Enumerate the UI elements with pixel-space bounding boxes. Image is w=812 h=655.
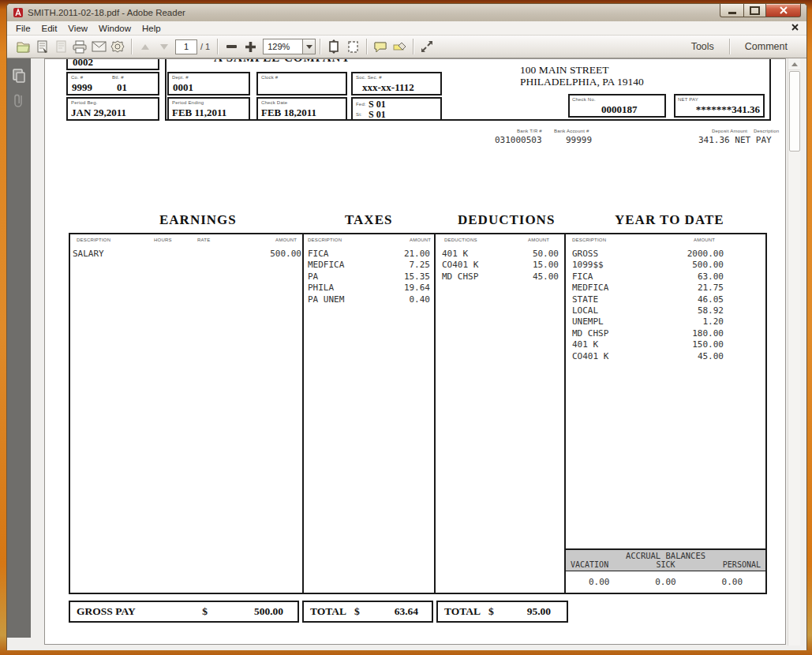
deductions-rows: 401 K50.00 CO401 K15.00 MD CHSP45.00 bbox=[442, 249, 559, 283]
fed-status-label: Fed: bbox=[356, 102, 366, 107]
sign-icon bbox=[110, 40, 125, 54]
zoom-dropdown-button[interactable] bbox=[303, 39, 316, 54]
navigation-pane bbox=[7, 58, 31, 638]
menu-file[interactable]: File bbox=[10, 23, 36, 34]
gross-pay-total-box: GROSS PAY $ 500.00 bbox=[69, 601, 299, 623]
zoom-in-icon bbox=[245, 42, 256, 52]
table-row: MEDFICA21.75 bbox=[572, 283, 724, 294]
page-thumbnails-button[interactable] bbox=[7, 68, 31, 84]
toolbar-separator bbox=[217, 39, 218, 54]
gross-pay-label: GROSS PAY bbox=[77, 605, 136, 618]
dept-box: Dept. # 0001 bbox=[167, 72, 250, 95]
table-row: SALARY500.00 bbox=[73, 249, 301, 260]
period-beg-box: Period Beg. JAN 29,2011 bbox=[66, 97, 159, 121]
minimize-button[interactable] bbox=[720, 4, 744, 17]
check-date-value: FEB 18,2011 bbox=[261, 107, 316, 119]
highlight-text-button[interactable] bbox=[390, 37, 409, 56]
page-count-label: / 1 bbox=[200, 42, 210, 51]
next-page-icon bbox=[160, 44, 168, 50]
previous-page-button[interactable] bbox=[136, 37, 155, 56]
period-beg-label: Period Beg. bbox=[71, 100, 98, 105]
gross-pay-value: 500.00 bbox=[208, 605, 283, 618]
save-copy-icon bbox=[54, 40, 68, 54]
ytd-title: YEAR TO DATE bbox=[615, 212, 724, 228]
previous-page-icon bbox=[141, 44, 149, 50]
pdf-page: 0002 A SAMPLE COMPANY 100 MAIN STREET PH… bbox=[44, 58, 786, 645]
toolbar-separator bbox=[413, 39, 413, 54]
check-no-value: 0000187 bbox=[601, 103, 638, 116]
bank-acct-value: 99999 bbox=[566, 135, 592, 145]
save-button[interactable] bbox=[32, 37, 51, 56]
desktop: SMITH.2011-02-18.pdf - Adobe Reader File… bbox=[0, 0, 812, 655]
menu-edit[interactable]: Edit bbox=[36, 23, 63, 34]
company-name: A SAMPLE COMPANY bbox=[214, 58, 350, 65]
attachments-button[interactable] bbox=[7, 93, 31, 109]
highlight-text-icon bbox=[392, 41, 406, 53]
accrual-col-vacation: VACATION bbox=[571, 560, 608, 569]
check-date-label: Check Date bbox=[261, 100, 287, 105]
scrollbar-thumb[interactable] bbox=[789, 71, 800, 152]
sticky-note-button[interactable] bbox=[371, 37, 390, 56]
scroll-up-button[interactable] bbox=[788, 58, 800, 70]
taxes-total-label: TOTAL bbox=[310, 605, 346, 618]
earnings-title: EARNINGS bbox=[159, 212, 237, 228]
fullscreen-button[interactable] bbox=[417, 37, 436, 56]
sign-button[interactable] bbox=[108, 37, 127, 56]
table-divider bbox=[434, 233, 436, 594]
single-page-mode-button[interactable] bbox=[343, 37, 362, 56]
adobe-reader-app-icon bbox=[13, 7, 24, 18]
next-page-button[interactable] bbox=[155, 37, 174, 56]
zoom-in-button[interactable] bbox=[241, 37, 260, 56]
maximize-button[interactable] bbox=[744, 4, 766, 17]
dept-label: Dept. # bbox=[172, 75, 189, 80]
taxes-rows: FICA21.00 MEDFICA7.25 PA15.35 PHILA19.64… bbox=[308, 249, 430, 305]
accrual-personal-value: 0.00 bbox=[699, 577, 765, 587]
table-row: LOCAL58.92 bbox=[572, 305, 724, 316]
tools-panel-button[interactable]: Tools bbox=[680, 39, 725, 54]
deductions-total-value: 95.00 bbox=[494, 605, 551, 618]
deductions-total-box: TOTAL $ 95.00 bbox=[436, 601, 568, 623]
close-document-icon[interactable] bbox=[791, 24, 799, 31]
table-row: MEDFICA7.25 bbox=[308, 260, 430, 271]
table-row: 401 K50.00 bbox=[442, 249, 559, 260]
co-btl-box: Co. # Btl. # 9999 01 bbox=[66, 72, 159, 95]
window-title: SMITH.2011-02-18.pdf - Adobe Reader bbox=[28, 8, 185, 17]
page-number-input[interactable]: 1 bbox=[175, 39, 197, 54]
menu-window[interactable]: Window bbox=[93, 23, 137, 34]
table-row: UNEMPL1.20 bbox=[572, 316, 724, 328]
net-pay-label: NET PAY bbox=[678, 97, 698, 102]
vertical-scrollbar[interactable] bbox=[788, 58, 800, 646]
taxes-total-box: TOTAL $ 63.64 bbox=[302, 601, 433, 623]
comment-panel-button[interactable]: Comment bbox=[734, 39, 799, 54]
company-address-line2: PHILADELPHIA, PA 19140 bbox=[520, 76, 644, 88]
batch-number: 0002 bbox=[73, 58, 93, 69]
menu-view[interactable]: View bbox=[62, 23, 93, 34]
print-button[interactable] bbox=[70, 37, 89, 56]
accrual-sick-value: 0.00 bbox=[632, 577, 698, 587]
save-copy-button[interactable] bbox=[51, 37, 70, 56]
menu-help[interactable]: Help bbox=[137, 23, 167, 34]
table-row: PHILA19.64 bbox=[308, 283, 430, 294]
accrual-col-sick: SICK bbox=[656, 560, 675, 569]
title-bar[interactable]: SMITH.2011-02-18.pdf - Adobe Reader bbox=[7, 4, 806, 21]
zoom-out-button[interactable] bbox=[222, 37, 241, 56]
close-button[interactable] bbox=[766, 4, 801, 17]
description-label: Description bbox=[754, 129, 779, 133]
taxes-title: TAXES bbox=[345, 212, 392, 228]
taxes-total-value: 63.64 bbox=[360, 605, 418, 618]
currency-symbol: $ bbox=[488, 605, 494, 618]
sticky-note-icon bbox=[373, 41, 387, 53]
print-icon bbox=[72, 40, 88, 54]
currency-symbol: $ bbox=[354, 605, 360, 618]
zoom-level-input[interactable]: 129% bbox=[263, 39, 303, 54]
accrual-header: ACCRUAL BALANCES VACATION SICK PERSONAL bbox=[566, 550, 765, 571]
taxes-col-amount: AMOUNT bbox=[410, 238, 431, 242]
check-no-box: Check No. 0000187 bbox=[568, 94, 666, 118]
scrolling-mode-button[interactable] bbox=[324, 37, 343, 56]
toolbar: 1 / 1 129% bbox=[7, 36, 806, 58]
earnings-col-description: DESCRIPTION bbox=[77, 238, 110, 242]
btl-value: 01 bbox=[117, 81, 127, 94]
toolbar-right-panels: Tools Comment bbox=[680, 39, 799, 54]
open-button[interactable] bbox=[13, 37, 32, 56]
email-button[interactable] bbox=[89, 37, 108, 56]
